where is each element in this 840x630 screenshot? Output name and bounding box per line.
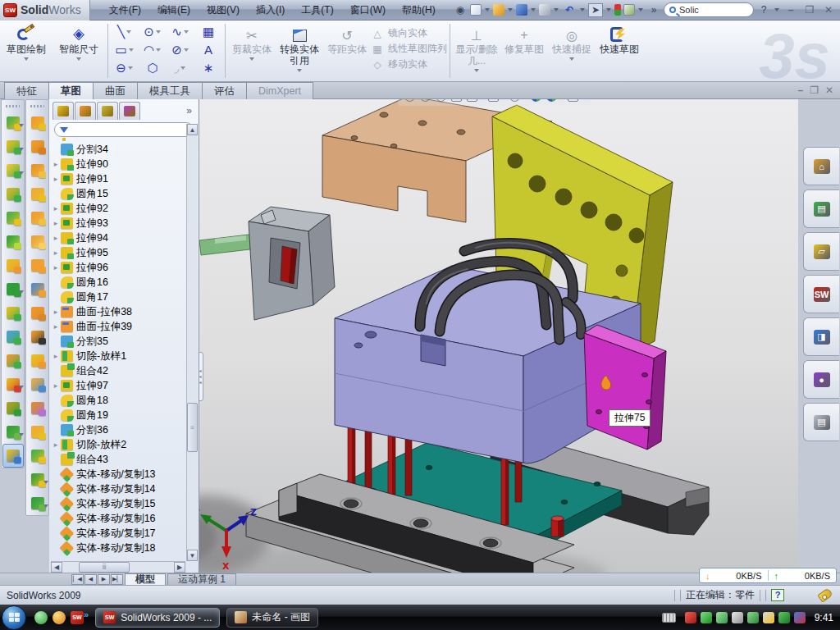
tree-item[interactable]: 圆角16 xyxy=(51,275,185,290)
scroll-up-icon[interactable]: ▲ xyxy=(187,124,198,135)
more-tools-icon[interactable]: » xyxy=(646,3,661,17)
curve-icon[interactable] xyxy=(2,420,24,444)
tree-item[interactable]: ▸曲面-拉伸39 xyxy=(51,319,185,334)
tree-item[interactable]: 实体-移动/复制15 xyxy=(51,496,185,511)
tree-item[interactable]: 实体-移动/复制14 xyxy=(51,482,185,496)
tab-模具工具[interactable]: 模具工具 xyxy=(137,82,203,99)
print-icon[interactable] xyxy=(539,4,550,16)
menu-编辑(E)[interactable]: 编辑(E) xyxy=(150,1,198,20)
input-method-icon[interactable] xyxy=(662,613,676,623)
tab-scroll-button[interactable]: ▶▏ xyxy=(111,574,123,585)
tab-scroll-button[interactable]: ▶ xyxy=(98,574,110,585)
tab-评估[interactable]: 评估 xyxy=(202,82,247,99)
start-button[interactable] xyxy=(2,605,26,630)
tree-item[interactable]: ▸拉伸94 xyxy=(51,231,185,245)
expand-icon[interactable]: ▸ xyxy=(51,175,61,183)
undo-icon[interactable]: ↶ xyxy=(562,3,577,17)
draft-icon[interactable] xyxy=(2,253,24,277)
surface-extrude-icon[interactable] xyxy=(27,111,48,135)
taskbar-window-button[interactable]: SWSolidWorks 2009 - ... xyxy=(95,608,220,628)
minimize-button[interactable]: – xyxy=(783,3,799,16)
volume-icon[interactable] xyxy=(732,612,743,623)
zoom-area-icon[interactable] xyxy=(418,99,432,103)
tree-item[interactable]: ▸拉伸91 xyxy=(51,171,185,186)
file-explorer-tab[interactable]: ▱ xyxy=(803,232,839,271)
boundary-surface-icon[interactable] xyxy=(27,206,48,230)
sketch-entity-icon[interactable]: ⊖ xyxy=(111,59,139,77)
open-caret-icon[interactable] xyxy=(508,8,513,11)
hide-show-icon[interactable] xyxy=(508,99,527,103)
new-caret-icon[interactable] xyxy=(485,8,490,11)
menu-插入(I)[interactable]: 插入(I) xyxy=(249,1,292,20)
design-library-tab[interactable]: ▤ xyxy=(803,189,839,228)
status-help-icon[interactable]: ? xyxy=(771,589,784,601)
expand-icon[interactable]: ▸ xyxy=(51,160,61,168)
security-plus-icon[interactable] xyxy=(778,612,790,623)
fillet-icon[interactable] xyxy=(2,158,24,182)
extruded-cut-icon[interactable] xyxy=(2,135,24,158)
tab-scroll-button[interactable]: ◀ xyxy=(84,574,97,585)
open-icon[interactable] xyxy=(493,4,504,16)
tree-item[interactable]: ▸拉伸92 xyxy=(51,201,185,216)
swept-boss-icon[interactable] xyxy=(2,182,24,206)
planar-surface-icon[interactable] xyxy=(27,253,48,277)
select-caret-icon[interactable] xyxy=(606,8,611,11)
tab-运动算例 1[interactable]: 运动算例 1 xyxy=(167,573,236,585)
tree-item[interactable]: 圆角18 xyxy=(51,393,185,408)
doc-close-button[interactable]: ✕ xyxy=(825,84,833,96)
dot-pattern-icon[interactable] xyxy=(2,396,24,420)
sketch-entity-icon[interactable]: ▭ xyxy=(111,41,139,59)
expand-icon[interactable]: ▸ xyxy=(51,204,61,212)
sketch-entity-icon[interactable]: ◠ xyxy=(139,41,167,59)
menu-文件(F)[interactable]: 文件(F) xyxy=(102,1,148,20)
options-icon[interactable] xyxy=(623,4,635,16)
knit-surface-icon[interactable] xyxy=(27,444,48,468)
help-caret-icon[interactable] xyxy=(774,8,779,11)
tab-特征[interactable]: 特征 xyxy=(4,82,49,99)
tab-曲面[interactable]: 曲面 xyxy=(93,82,138,99)
tree-item[interactable]: 圆角17 xyxy=(51,290,185,304)
doc-restore-button[interactable]: ❐ xyxy=(810,84,819,96)
sketch-entity-icon[interactable]: ◞ xyxy=(167,59,194,77)
convert-entities-button[interactable]: 转换实体引用 xyxy=(276,22,323,80)
tree-item[interactable]: 组合42 xyxy=(51,363,185,378)
sketch-caret-icon[interactable] xyxy=(24,57,29,61)
expand-icon[interactable]: ▸ xyxy=(51,352,61,360)
solidworks-resources-tab[interactable]: SW xyxy=(803,275,839,313)
surface-loft-icon[interactable] xyxy=(27,182,48,206)
tree-item[interactable]: 实体-移动/复制13 xyxy=(51,467,185,482)
move-copy-icon[interactable] xyxy=(2,349,24,372)
sketch-button[interactable]: 草图绘制 xyxy=(1,22,52,80)
tree-item[interactable]: 分割34 xyxy=(51,142,185,157)
panel-tabs-more-icon[interactable]: » xyxy=(186,105,197,116)
search-input[interactable]: Solic xyxy=(679,5,699,15)
restore-button[interactable]: ❐ xyxy=(801,3,818,16)
zoom-fit-icon[interactable] xyxy=(403,99,417,103)
sketch-entity-icon[interactable]: ╲ xyxy=(111,23,139,41)
update-badge-icon[interactable] xyxy=(716,612,728,623)
tab-草图[interactable]: 草图 xyxy=(48,82,94,99)
thicken-icon[interactable] xyxy=(27,468,48,491)
smart-dimension-caret-icon[interactable] xyxy=(76,57,81,61)
ruled-surface-icon[interactable] xyxy=(27,301,48,325)
surface-sweep-icon[interactable] xyxy=(27,158,48,182)
sketch-entity-icon[interactable]: ∗ xyxy=(194,59,222,77)
save-caret-icon[interactable] xyxy=(531,8,536,11)
expand-icon[interactable]: ▸ xyxy=(51,308,61,316)
expand-icon[interactable]: ▸ xyxy=(51,249,61,257)
tab-模型[interactable]: 模型 xyxy=(125,573,166,585)
tree-item[interactable]: ▸切除-放样1 xyxy=(51,349,185,363)
display-style-icon[interactable] xyxy=(486,99,506,103)
rebuild-icon[interactable] xyxy=(614,4,621,16)
instant3d-icon[interactable] xyxy=(2,444,24,468)
split-icon[interactable] xyxy=(2,325,24,349)
view-palette-tab[interactable]: ◨ xyxy=(803,317,839,356)
tree-horizontal-scrollbar[interactable]: ◀ ⅲ ▶ xyxy=(51,561,185,573)
menu-工具(T)[interactable]: 工具(T) xyxy=(294,1,340,20)
edit-scene-icon[interactable] xyxy=(566,99,586,103)
graphics-viewport[interactable]: Y Z X 拉伸75 ◂◂◂ xyxy=(199,99,798,573)
tree-item[interactable]: 圆角15 xyxy=(51,186,185,201)
extend-surface-icon[interactable] xyxy=(27,372,48,396)
tree-item[interactable]: 实体-移动/复制18 xyxy=(51,541,185,555)
tab-DimXpert[interactable]: DimXpert xyxy=(246,82,313,99)
